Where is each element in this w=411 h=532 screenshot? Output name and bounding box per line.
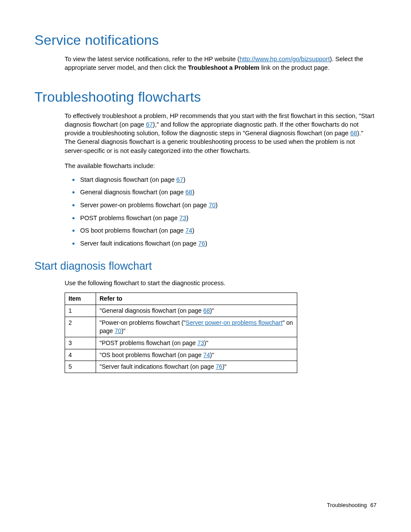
cell-item: 2 xyxy=(65,317,96,337)
page-link[interactable]: 68 xyxy=(185,189,192,196)
page-link[interactable]: 76 xyxy=(216,363,223,370)
heading-troubleshooting-flowcharts: Troubleshooting flowcharts xyxy=(34,89,377,105)
text: ) xyxy=(205,240,207,247)
footer-section: Troubleshooting xyxy=(327,502,367,508)
heading-service-notifications: Service notifications xyxy=(34,32,377,48)
link-hp-bizsupport[interactable]: http://www.hp.com/go/bizsupport xyxy=(240,56,330,62)
page-link-67[interactable]: 67 xyxy=(146,121,153,128)
text: "Server fault indications flowchart (on … xyxy=(100,363,216,370)
page-link[interactable]: 74 xyxy=(203,352,210,358)
page-link[interactable]: 73 xyxy=(179,215,186,221)
page-link[interactable]: 67 xyxy=(176,176,183,183)
text: "General diagnosis flowchart (on page xyxy=(100,307,203,314)
page-link-68[interactable]: 68 xyxy=(350,130,357,137)
list-item: Server fault indications flowchart (on p… xyxy=(79,239,377,248)
text: "OS boot problems flowchart (on page xyxy=(100,352,203,358)
text: OS boot problems flowchart (on page xyxy=(80,227,185,234)
cell-refer: "Power-on problems flowchart ("Server po… xyxy=(96,317,297,337)
page-link[interactable]: 68 xyxy=(203,307,210,314)
page-link[interactable]: 74 xyxy=(185,227,192,234)
heading-start-diagnosis-flowchart: Start diagnosis flowchart xyxy=(34,260,377,272)
flowcharts-list: Start diagnosis flowchart (on page 67) G… xyxy=(65,175,377,248)
text: "POST problems flowchart (on page xyxy=(100,339,197,346)
bold-troubleshoot-problem: Troubleshoot a Problem xyxy=(188,64,259,71)
cell-item: 3 xyxy=(65,337,96,349)
cell-refer: "OS boot problems flowchart (on page 74)… xyxy=(96,349,297,361)
list-item: POST problems flowchart (on page 73) xyxy=(79,214,377,223)
text: Server power-on problems flowchart (on p… xyxy=(80,202,209,208)
text: Start diagnosis flowchart (on page xyxy=(80,176,176,183)
text: ) xyxy=(183,176,185,183)
cell-refer: "POST problems flowchart (on page 73)" xyxy=(96,337,297,349)
table-row: 2 "Power-on problems flowchart ("Server … xyxy=(65,317,297,337)
cell-refer: "Server fault indications flowchart (on … xyxy=(96,361,297,373)
reference-table: Item Refer to 1 "General diagnosis flowc… xyxy=(65,292,297,373)
list-item: General diagnosis flowchart (on page 68) xyxy=(79,188,377,197)
text: )" xyxy=(210,352,214,358)
page-link[interactable]: 73 xyxy=(197,339,204,346)
text: General diagnosis flowchart (on page xyxy=(80,189,185,196)
text: "Power-on problems flowchart (" xyxy=(100,319,186,326)
flowcharts-intro-paragraph: To effectively troubleshoot a problem, H… xyxy=(65,112,374,155)
page-link[interactable]: 70 xyxy=(115,327,121,334)
cell-item: 5 xyxy=(65,361,96,373)
text: POST problems flowchart (on page xyxy=(80,215,179,221)
page-content: Service notifications To view the latest… xyxy=(0,0,411,373)
text: To view the latest service notifications… xyxy=(65,56,240,62)
th-item: Item xyxy=(65,293,96,305)
table-header-row: Item Refer to xyxy=(65,293,297,305)
text: Server fault indications flowchart (on p… xyxy=(80,240,198,247)
cell-item: 1 xyxy=(65,305,96,317)
flowcharts-available-paragraph: The available flowcharts include: xyxy=(65,162,374,170)
cell-item: 4 xyxy=(65,349,96,361)
service-notifications-paragraph: To view the latest service notifications… xyxy=(65,55,374,72)
text: )" xyxy=(204,339,209,346)
text: )" xyxy=(222,363,227,370)
text: )" xyxy=(121,327,126,334)
list-item: Server power-on problems flowchart (on p… xyxy=(79,201,377,210)
text: ) xyxy=(215,202,218,208)
table-row: 4 "OS boot problems flowchart (on page 7… xyxy=(65,349,297,361)
text: ) xyxy=(192,189,194,196)
list-item: Start diagnosis flowchart (on page 67) xyxy=(79,175,377,184)
text: ) xyxy=(186,215,188,221)
text: )" xyxy=(210,307,214,314)
table-row: 5 "Server fault indications flowchart (o… xyxy=(65,361,297,373)
list-item: OS boot problems flowchart (on page 74) xyxy=(79,226,377,235)
xref-link[interactable]: Server power-on problems flowchart xyxy=(186,319,283,326)
page-link[interactable]: 70 xyxy=(209,202,215,208)
text: link on the product page. xyxy=(259,64,330,71)
page-link[interactable]: 76 xyxy=(198,240,205,247)
start-diagnosis-paragraph: Use the following flowchart to start the… xyxy=(65,279,374,287)
page-footer: Troubleshooting67 xyxy=(327,502,377,508)
table-row: 1 "General diagnosis flowchart (on page … xyxy=(65,305,297,317)
footer-page-number: 67 xyxy=(371,502,377,508)
th-refer-to: Refer to xyxy=(96,293,297,305)
text: ) xyxy=(192,227,194,234)
table-row: 3 "POST problems flowchart (on page 73)" xyxy=(65,337,297,349)
cell-refer: "General diagnosis flowchart (on page 68… xyxy=(96,305,297,317)
